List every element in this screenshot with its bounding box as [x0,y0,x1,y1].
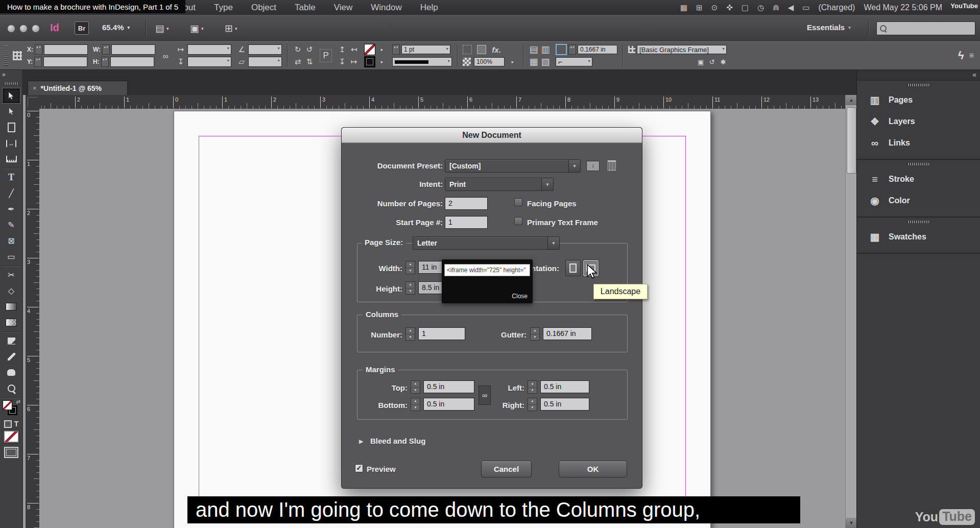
ok-button[interactable]: OK [559,461,627,477]
direct-selection-tool[interactable] [2,104,20,119]
fit-amount-field[interactable]: 0.1667 in [578,45,617,54]
b leed-slug-disclosure-icon[interactable]: ▶ [359,438,363,445]
document-tab[interactable]: × *Untitled-1 @ 65% [28,81,128,95]
fit-stepper[interactable]: ▲▼ [568,44,576,55]
arrange-documents-button[interactable]: ⊞ ▾ [225,22,237,34]
opacity-arrow-button[interactable]: ▸ [508,59,518,64]
apply-none-button[interactable] [4,430,19,443]
rotation-angle-dropdown[interactable] [248,44,282,55]
type-tool[interactable]: T [2,170,20,185]
gap-tool[interactable]: ↔ [2,135,20,151]
height-stepper[interactable]: ▲▼ [101,57,109,67]
quick-apply-icon[interactable]: ϟ [958,49,964,62]
number-field[interactable]: 1 [418,327,465,340]
facing-pages-checkbox[interactable] [514,198,522,206]
menubar-clock[interactable]: Wed May 22 5:06 PM [864,3,942,12]
pencil-tool[interactable]: ✎ [2,217,20,233]
delete-preset-icon[interactable] [608,160,616,171]
content-collector-tool[interactable] [2,151,20,167]
rotate-cw-button[interactable]: ↻ [293,45,303,54]
primary-text-frame-checkbox[interactable] [514,217,522,225]
screen-recording-icon[interactable]: ▦ [680,3,687,12]
drop-shadow-button[interactable] [477,45,486,54]
gutter-field[interactable]: 0.1667 in [543,327,592,340]
number-of-pages-field[interactable]: 2 [445,197,488,210]
wrap-none-button[interactable]: ▤ [529,44,539,55]
object-style-proxy[interactable] [628,46,635,53]
zoom-level-dropdown[interactable]: 65.4% ▾ [102,23,130,32]
volume-icon[interactable]: ◀ [788,3,794,12]
view-options-button[interactable]: ▤ ▾ [155,22,169,34]
break-link-style-icon[interactable]: ✱ [720,58,727,66]
gutter-stepper[interactable]: ▲▼ [530,327,540,341]
window-close-button[interactable] [7,25,15,33]
eyedropper-tool[interactable] [2,349,20,365]
object-style-dropdown[interactable]: [Basic Graphics Frame] [637,45,727,54]
height-field[interactable] [110,57,154,67]
collapse-panels-icon[interactable]: « [972,70,976,79]
page-size-dropdown[interactable]: Letter ▼ [413,236,560,250]
panel-button-layers[interactable]: ❖ Layers [857,111,980,132]
fill-color-swatch[interactable] [364,44,375,55]
panel-button-swatches[interactable]: ▦ Swatches [857,226,980,248]
cancel-button[interactable]: Cancel [481,461,532,477]
select-container-button[interactable]: P [320,49,332,62]
formatting-affects-container-button[interactable] [4,420,12,428]
hand-tool[interactable] [2,365,20,380]
workspace-switcher[interactable]: Essentials ▾ [807,23,851,32]
embed-code-input[interactable]: <iframe width="725" height=" [444,264,530,276]
tools-panel-grip[interactable] [4,82,19,85]
frame-fitting-icon[interactable] [556,44,567,55]
select-previous-object-button[interactable]: ↤ [349,45,359,54]
select-next-object-button[interactable]: ↦ [349,57,359,66]
bottom-margin-stepper[interactable]: ▲▼ [411,398,420,411]
x-field[interactable] [44,44,88,55]
menu-type[interactable]: Type [214,3,233,13]
free-transform-tool[interactable]: ◇ [2,283,20,299]
intent-dropdown[interactable]: Print ▼ [445,178,554,191]
clear-overrides-icon[interactable]: ↺ [708,58,715,66]
panel-button-color[interactable]: ◉ Color [857,190,980,211]
right-margin-field[interactable]: 0.5 in [540,398,589,411]
style-override-icon[interactable]: ▣ [697,58,704,66]
reference-point-proxy[interactable] [13,51,22,60]
selection-tool[interactable] [2,88,20,104]
save-preset-icon[interactable]: ↓ [586,161,600,171]
screen-mode-button[interactable]: ▣ ▾ [190,22,203,34]
corner-shape-dropdown[interactable]: ⌐ [556,57,592,66]
start-page-field[interactable]: 1 [445,216,488,229]
scissors-tool[interactable]: ✂ [2,267,20,283]
panel-group-grip[interactable] [907,221,930,223]
number-stepper[interactable]: ▲▼ [405,327,415,341]
wrap-jump-button[interactable]: ▧ [540,56,551,67]
zoom-tool[interactable] [2,380,20,396]
bottom-margin-field[interactable]: 0.5 in [423,398,474,411]
vertical-scrollbar[interactable]: ▲ ▼ [845,95,857,528]
menu-object[interactable]: Object [251,3,276,13]
y-field[interactable] [43,57,87,67]
panel-grip[interactable] [4,45,8,66]
panel-button-links[interactable]: ∞ Links [857,132,980,154]
frame-tool[interactable]: ⊠ [2,233,20,249]
scroll-up-button[interactable]: ▲ [846,95,857,105]
document-preset-dropdown[interactable]: [Custom] ▼ [445,159,581,173]
stroke-style-dropdown[interactable] [392,57,452,66]
right-margin-stepper[interactable]: ▲▼ [528,398,537,411]
left-margin-stepper[interactable]: ▲▼ [528,380,537,394]
bridge-button[interactable]: Br [75,21,89,35]
stroke-arrow-button[interactable]: ▸ [377,59,387,64]
panel-button-pages[interactable]: ▥ Pages [857,89,980,111]
fill-swatch[interactable] [3,400,12,410]
fill-arrow-button[interactable]: ▸ [377,47,387,52]
line-tool[interactable]: ╱ [2,185,20,201]
formatting-affects-text-button[interactable]: T [14,420,19,428]
opacity-field[interactable]: 100% [474,57,505,66]
corner-options-icon[interactable] [463,45,472,54]
wrap-bounding-box-button[interactable]: ▥ [540,44,551,55]
pen-tool[interactable]: ✒ [2,201,20,217]
scale-x-dropdown[interactable] [187,44,231,55]
window-zoom-button[interactable] [32,25,40,33]
x-stepper[interactable]: ▲▼ [35,44,42,55]
ruler-origin-box[interactable] [26,95,40,109]
swap-fill-stroke-icon[interactable]: ⇄ [16,399,20,404]
